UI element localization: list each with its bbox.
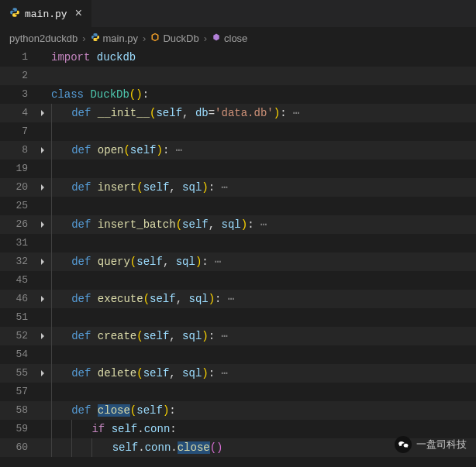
code-content[interactable]: def execute(self, sql): ⋯ [50,290,476,308]
line-number: 7 [0,122,36,141]
line-number: 3 [0,85,36,104]
code-line[interactable]: 31 [0,234,476,252]
line-number: 31 [0,234,36,252]
line-number: 52 [0,327,36,345]
code-content[interactable] [50,197,476,215]
python-icon [9,7,20,21]
code-content[interactable]: def __init__(self, db='data.db'): ⋯ [50,104,476,122]
code-content[interactable] [50,308,476,327]
chevron-right-icon: › [82,33,85,44]
tab-label: main.py [25,9,67,20]
fold-toggle[interactable] [36,332,50,340]
line-number: 19 [0,160,36,178]
fold-toggle[interactable] [36,295,50,303]
code-line[interactable]: 4 def __init__(self, db='data.db'): ⋯ [0,104,476,122]
breadcrumb-folder[interactable]: python2duckdb [9,33,78,44]
tab-main-py[interactable]: main.py × [0,0,91,27]
line-number: 59 [0,420,36,438]
code-content[interactable]: def query(self, sql): ⋯ [50,252,476,271]
code-line[interactable]: 2 [0,67,476,85]
chevron-right-icon: › [204,33,207,44]
code-editor[interactable]: 1import duckdb23class DuckDb():4 def __i… [0,48,476,457]
code-content[interactable] [50,345,476,364]
fold-toggle[interactable] [36,221,50,228]
code-line[interactable]: 54 [0,345,476,364]
code-content[interactable] [50,122,476,141]
line-number: 46 [0,290,36,308]
code-content[interactable] [50,160,476,178]
class-icon [150,33,160,44]
code-content[interactable]: def insert_batch(self, sql): ⋯ [50,215,476,234]
line-number: 4 [0,104,36,122]
code-line[interactable]: 57 [0,383,476,401]
code-line[interactable]: 58 def close(self): [0,401,476,420]
line-number: 58 [0,401,36,420]
line-number: 8 [0,141,36,160]
line-number: 2 [0,67,36,85]
line-number: 55 [0,364,36,383]
code-line[interactable]: 20 def insert(self, sql): ⋯ [0,178,476,197]
code-content[interactable]: def create(self, sql): ⋯ [50,327,476,345]
code-content[interactable] [50,383,476,401]
code-content[interactable] [50,234,476,252]
line-number: 26 [0,215,36,234]
fold-toggle[interactable] [36,258,50,266]
code-line[interactable]: 1import duckdb [0,48,476,67]
code-line[interactable]: 51 [0,308,476,327]
python-icon [91,33,100,44]
line-number: 54 [0,345,36,364]
fold-toggle[interactable] [36,184,50,191]
watermark: 一盘司科技 [395,436,467,453]
close-icon[interactable]: × [75,7,83,21]
breadcrumb-class[interactable]: DuckDb [163,33,198,44]
code-content[interactable]: def insert(self, sql): ⋯ [50,178,476,197]
code-line[interactable]: 32 def query(self, sql): ⋯ [0,252,476,271]
line-number: 32 [0,252,36,271]
watermark-text: 一盘司科技 [416,438,467,452]
line-number: 20 [0,178,36,197]
code-content[interactable] [50,271,476,290]
line-number: 45 [0,271,36,290]
breadcrumb[interactable]: python2duckdb › main.py › DuckDb › close [0,28,476,48]
wechat-icon [395,436,412,453]
fold-toggle[interactable] [36,369,50,377]
fold-toggle[interactable] [36,109,50,117]
line-number: 1 [0,48,36,67]
code-line[interactable]: 7 [0,122,476,141]
chevron-right-icon: › [143,33,146,44]
code-content[interactable]: def delete(self, sql): ⋯ [50,364,476,383]
code-line[interactable]: 19 [0,160,476,178]
code-line[interactable]: 52 def create(self, sql): ⋯ [0,327,476,345]
line-number: 51 [0,308,36,327]
tab-bar: main.py × [0,0,476,28]
line-number: 60 [0,438,36,457]
code-line[interactable]: 25 [0,197,476,215]
code-content[interactable]: import duckdb [50,48,476,67]
line-number: 25 [0,197,36,215]
code-line[interactable]: 26 def insert_batch(self, sql): ⋯ [0,215,476,234]
code-content[interactable]: def close(self): [50,401,476,420]
code-line[interactable]: 3class DuckDb(): [0,85,476,104]
code-content[interactable]: class DuckDb(): [50,85,476,104]
code-content[interactable]: def open(self): ⋯ [50,141,476,160]
breadcrumb-method[interactable]: close [224,33,247,44]
code-line[interactable]: 55 def delete(self, sql): ⋯ [0,364,476,383]
method-icon [212,33,221,44]
code-line[interactable]: 45 [0,271,476,290]
breadcrumb-file[interactable]: main.py [103,33,139,44]
code-line[interactable]: 8 def open(self): ⋯ [0,141,476,160]
fold-toggle[interactable] [36,146,50,154]
line-number: 57 [0,383,36,401]
code-line[interactable]: 46 def execute(self, sql): ⋯ [0,290,476,308]
